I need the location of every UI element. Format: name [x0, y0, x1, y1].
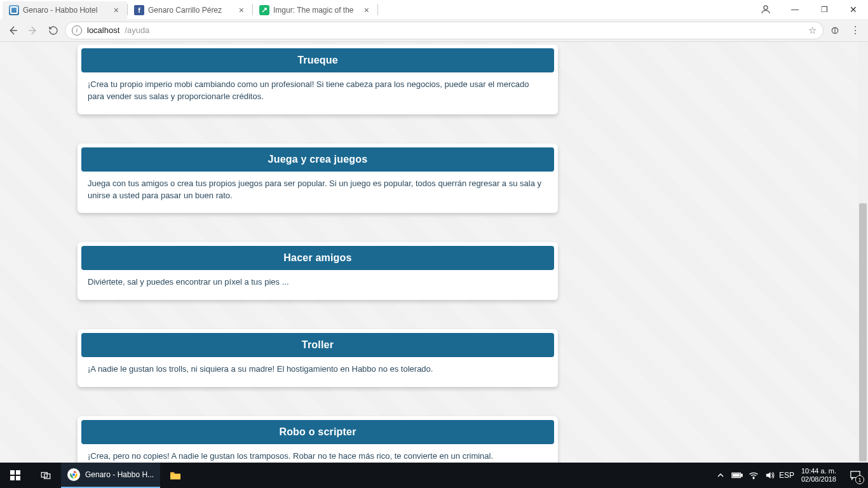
card-body: ¡Crea tu propio imperio mobi cambiando c…: [78, 76, 558, 114]
tab-close-icon[interactable]: ×: [363, 5, 370, 15]
svg-rect-5: [16, 476, 20, 480]
start-button[interactable]: [0, 463, 31, 488]
chrome-icon: [67, 468, 80, 481]
svg-rect-4: [10, 476, 15, 480]
tab-2[interactable]: Imgur: The magic of the ×: [253, 1, 377, 19]
favicon-habbo-icon: [9, 5, 19, 15]
notification-badge: 1: [855, 475, 864, 484]
svg-rect-12: [733, 474, 740, 477]
tab-title: Imgur: The magic of the: [273, 6, 359, 15]
address-bar[interactable]: i localhost/ayuda ☆: [65, 22, 824, 39]
favicon-facebook-icon: f: [134, 5, 144, 15]
tab-close-icon[interactable]: ×: [112, 5, 120, 15]
tab-0[interactable]: Genaro - Habbo Hotel ×: [3, 1, 127, 19]
page-viewport: Trueque ¡Crea tu propio imperio mobi cam…: [0, 42, 868, 463]
svg-point-9: [72, 473, 76, 477]
minimize-button[interactable]: —: [780, 0, 810, 19]
card-header: Hacer amigos: [81, 246, 554, 270]
clock-date: 02/08/2018: [801, 475, 836, 484]
chrome-menu-icon[interactable]: ⋮: [846, 22, 864, 39]
favicon-imgur-icon: [259, 5, 269, 15]
taskbar-clock[interactable]: 10:44 a. m. 02/08/2018: [795, 467, 843, 484]
close-button[interactable]: ✕: [839, 0, 868, 19]
card-body: Diviértete, sal y puedes encontrar un pí…: [78, 274, 558, 300]
svg-rect-3: [16, 470, 20, 475]
input-language[interactable]: ESP: [778, 463, 795, 488]
volume-icon[interactable]: [762, 463, 778, 488]
reload-button[interactable]: [44, 22, 62, 39]
card-robo: Robo o scripter ¡Crea, pero no copies! A…: [78, 416, 558, 463]
taskbar-app-chrome[interactable]: Genaro - Habbo H...: [61, 463, 160, 488]
card-hacer-amigos: Hacer amigos Diviértete, sal y puedes en…: [78, 242, 558, 300]
browser-toolbar: i localhost/ayuda ☆ ⋮: [0, 19, 868, 42]
scrollbar[interactable]: [858, 42, 868, 463]
tab-close-icon[interactable]: ×: [238, 5, 245, 15]
clock-time: 10:44 a. m.: [801, 467, 836, 475]
card-header: Trueque: [81, 48, 554, 72]
taskbar-app-title: Genaro - Habbo H...: [85, 470, 154, 479]
tray-chevron-up-icon[interactable]: [712, 463, 729, 488]
profile-icon[interactable]: [751, 0, 780, 19]
svg-rect-2: [10, 470, 15, 475]
windows-taskbar: Genaro - Habbo H... ESP 10:44 a. m. 02/0…: [0, 463, 868, 488]
svg-rect-11: [741, 474, 742, 477]
card-header: Robo o scripter: [81, 420, 554, 444]
tab-title: Genaro Carrillo Pérez: [148, 6, 234, 15]
svg-point-13: [753, 478, 754, 479]
url-host: localhost: [87, 25, 119, 35]
scrollbar-thumb[interactable]: [859, 203, 867, 461]
svg-point-0: [764, 6, 768, 10]
action-center-icon[interactable]: 1: [843, 463, 868, 488]
system-tray: ESP 10:44 a. m. 02/08/2018 1: [712, 463, 868, 488]
task-view-button[interactable]: [31, 463, 61, 488]
card-troller: Troller ¡A nadie le gustan los trolls, n…: [78, 329, 558, 387]
bookmark-star-icon[interactable]: ☆: [808, 25, 817, 36]
window-controls: — ❐ ✕: [751, 0, 868, 19]
forward-button[interactable]: [24, 22, 42, 39]
tab-separator: [377, 4, 378, 15]
back-button[interactable]: [4, 22, 22, 39]
cards-column: Trueque ¡Crea tu propio imperio mobi cam…: [78, 42, 558, 463]
wifi-icon[interactable]: [745, 463, 762, 488]
card-header: Juega y crea juegos: [81, 147, 554, 172]
card-juega: Juega y crea juegos Juega con tus amigos…: [78, 144, 558, 214]
tab-strip: Genaro - Habbo Hotel × f Genaro Carrillo…: [0, 0, 396, 19]
tab-1[interactable]: f Genaro Carrillo Pérez ×: [128, 1, 252, 19]
maximize-button[interactable]: ❐: [810, 0, 839, 19]
taskbar-explorer-icon[interactable]: [160, 463, 191, 488]
card-body: ¡A nadie le gustan los trolls, ni siquie…: [78, 361, 558, 387]
url-path: /ayuda: [125, 25, 149, 35]
browser-titlebar: Genaro - Habbo Hotel × f Genaro Carrillo…: [0, 0, 868, 19]
tab-title: Genaro - Habbo Hotel: [23, 6, 109, 15]
site-info-icon[interactable]: i: [72, 25, 82, 36]
card-body: Juega con tus amigos o crea tus propios …: [78, 175, 558, 214]
card-body: ¡Crea, pero no copies! A nadie le gustan…: [78, 448, 558, 463]
battery-icon[interactable]: [729, 463, 745, 488]
card-header: Troller: [81, 333, 554, 357]
extension-icon[interactable]: [826, 22, 844, 39]
card-trueque: Trueque ¡Crea tu propio imperio mobi cam…: [78, 44, 558, 114]
